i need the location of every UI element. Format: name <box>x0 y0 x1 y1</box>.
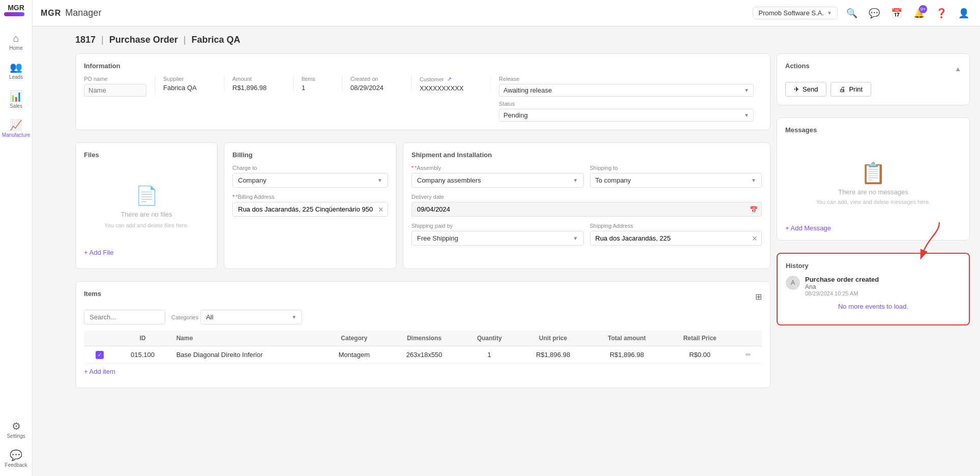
release-label: Release <box>499 76 754 82</box>
row-quantity: 1 <box>461 346 518 364</box>
release-select[interactable]: Awaiting release ▼ <box>499 84 754 97</box>
actions-collapse-icon[interactable]: ▲ <box>955 65 961 73</box>
categories-select[interactable]: All ▼ <box>200 310 302 324</box>
page-type: Purchase Order <box>109 35 178 45</box>
items-value: 1 <box>302 84 334 92</box>
billing-address-input[interactable] <box>232 202 388 217</box>
print-label: Print <box>849 85 863 93</box>
sidebar-item-feedback[interactable]: 💬 Feedback <box>2 445 31 472</box>
shipping-paid-row: Shipping paid by Free Shipping ▼ Shippin… <box>411 223 762 246</box>
middle-row: Files 📄 There are no files You can add a… <box>75 142 770 275</box>
user-icon: 👤 <box>958 8 969 19</box>
items-search-input[interactable] <box>84 310 165 324</box>
items-col: Items 1 <box>302 76 342 92</box>
billing-address-label: *Billing Address <box>232 194 388 200</box>
shipping-address-group: Shipping Address ✕ <box>590 223 762 246</box>
history-event-title: Purchase order created <box>805 276 961 283</box>
shipping-paid-value: Free Shipping <box>417 234 458 242</box>
status-select[interactable]: Pending ▼ <box>499 109 754 122</box>
manufacture-icon: 📈 <box>10 119 22 131</box>
row-edit[interactable]: ✏ <box>734 346 762 364</box>
items-card: Items ⊞ Categories All ▼ <box>75 281 770 388</box>
billing-card: Billing Charge to Company ▼ *Billing Add… <box>224 142 397 269</box>
shipping-to-value: To company <box>596 176 631 184</box>
customer-value: XXXXXXXXXX <box>420 84 482 92</box>
send-button[interactable]: ✈ Send <box>785 82 826 97</box>
sidebar-item-leads[interactable]: 👥 Leads <box>2 57 31 84</box>
charge-to-group: Charge to Company ▼ <box>232 165 388 188</box>
charge-to-select[interactable]: Company ▼ <box>232 173 388 188</box>
items-header: Items ⊞ <box>84 290 762 304</box>
add-item-button[interactable]: + Add item <box>84 368 762 375</box>
sidebar-item-manufacture[interactable]: 📈 Manufacture <box>2 115 31 142</box>
grid-toggle[interactable]: ⊞ <box>755 292 762 302</box>
sidebar-label-home: Home <box>9 45 23 51</box>
delivery-date-input[interactable] <box>411 202 762 217</box>
chat-button[interactable]: 💬 <box>866 5 882 21</box>
help-button[interactable]: ❓ <box>933 5 949 21</box>
add-file-button[interactable]: + Add File <box>84 249 209 256</box>
billing-address-field: ✕ <box>232 202 388 217</box>
topbar-manager-text: Manager <box>65 8 101 18</box>
shipping-address-clear-icon[interactable]: ✕ <box>752 234 758 243</box>
logo-bar <box>4 12 24 16</box>
col-dimensions: Dimensions <box>388 331 461 346</box>
customer-link-icon[interactable]: ↗ <box>447 76 452 82</box>
release-status-col: Release Awaiting release ▼ Status Pendin… <box>499 76 762 122</box>
messages-card: Messages 📋 There are no messages You can… <box>777 117 970 241</box>
history-user: Ana <box>805 283 961 290</box>
release-chevron-icon: ▼ <box>744 87 749 93</box>
categories-value: All <box>206 313 213 321</box>
files-empty-state: 📄 There are no files You can add and del… <box>84 165 209 249</box>
charge-to-value: Company <box>238 176 266 184</box>
topbar-logo: MGR Manager <box>41 8 101 18</box>
categories-chevron-icon: ▼ <box>291 314 296 320</box>
actions-card: Actions ▲ ✈ Send 🖨 Print <box>777 53 970 105</box>
information-title: Information <box>84 62 762 70</box>
shipping-address-label: Shipping Address <box>590 223 762 229</box>
amount-value: R$1,896.98 <box>232 84 285 92</box>
shipping-address-input[interactable] <box>590 231 762 246</box>
actions-buttons: ✈ Send 🖨 Print <box>785 82 961 97</box>
shipping-to-select[interactable]: To company ▼ <box>590 173 762 188</box>
row-checkbox[interactable] <box>84 346 115 364</box>
assembly-select[interactable]: Company assemblers ▼ <box>411 173 584 188</box>
files-empty-sub: You can add and delete files here. <box>104 222 189 228</box>
delivery-date-label: Delivery date <box>411 194 762 200</box>
add-message-button[interactable]: + Add Message <box>785 224 961 232</box>
po-name-col: PO name <box>84 76 155 97</box>
sidebar-item-home[interactable]: ⌂ Home <box>2 28 31 55</box>
help-icon: ❓ <box>936 8 947 19</box>
sidebar-item-sales[interactable]: 📊 Sales <box>2 86 31 113</box>
sidebar-label-feedback: Feedback <box>5 462 27 468</box>
items-filter-row: Categories All ▼ <box>84 310 762 324</box>
po-name-input[interactable] <box>84 84 146 97</box>
checkbox-checked-icon <box>96 351 104 359</box>
notifications-button[interactable]: 🔔 9+ <box>911 5 927 21</box>
topbar-mgr-text: MGR <box>41 9 61 18</box>
col-id: ID <box>115 331 170 346</box>
messages-empty-icon: 📋 <box>860 161 886 185</box>
col-category: Category <box>321 331 388 346</box>
calendar-button[interactable]: 📅 <box>888 5 905 21</box>
items-table: ID Name Category Dimensions Quantity Uni… <box>84 331 762 364</box>
amount-col: Amount R$1,896.98 <box>232 76 293 92</box>
company-selector[interactable]: Promob Software S.A. ▼ <box>753 7 838 19</box>
calendar-icon-delivery[interactable]: 📅 <box>750 205 758 213</box>
billing-address-clear-icon[interactable]: ✕ <box>378 205 384 214</box>
sidebar-label-manufacture: Manufacture <box>2 132 31 138</box>
table-row: 015.100 Base Diagonal Direito Inferior M… <box>84 346 762 364</box>
sidebar-label-sales: Sales <box>10 103 22 109</box>
history-container: History A Purchase order created Ana 08/… <box>777 253 970 325</box>
sidebar-item-settings[interactable]: ⚙ Settings <box>2 416 31 443</box>
shipment-assembly-row: *Assembly Company assemblers ▼ Shipping … <box>411 165 762 188</box>
print-button[interactable]: 🖨 Print <box>830 82 871 97</box>
search-button[interactable]: 🔍 <box>844 5 860 21</box>
info-row: PO name Supplier Fabrica QA Amount R$1,8… <box>84 76 762 122</box>
history-timestamp: 08/29/2024 10:25 AM <box>805 290 961 296</box>
created-col: Created on 08/29/2024 <box>350 76 411 92</box>
shipping-paid-select[interactable]: Free Shipping ▼ <box>411 231 584 246</box>
edit-icon: ✏ <box>746 351 751 359</box>
user-menu-button[interactable]: 👤 <box>956 5 972 21</box>
row-unit-price: R$1,896.98 <box>518 346 588 364</box>
